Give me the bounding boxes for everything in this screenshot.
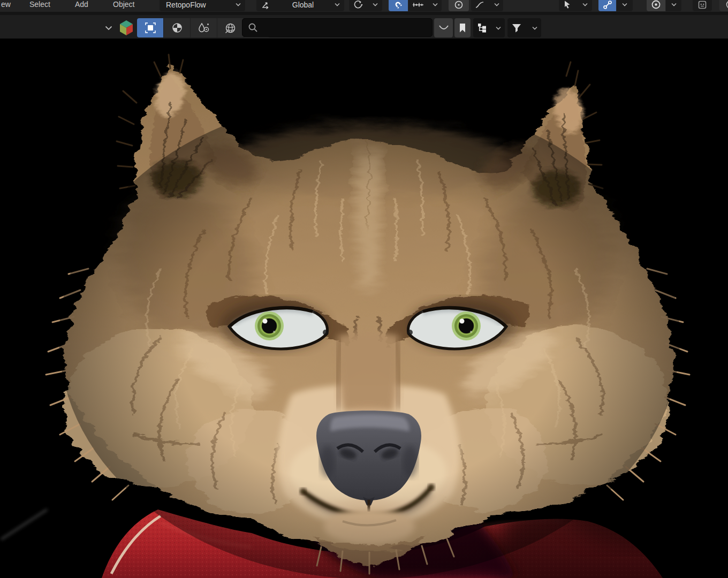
snap-target-dropdown[interactable] [408,0,442,11]
toolbar-search [242,18,433,37]
viewport-shading-button[interactable] [719,0,728,11]
toolbar [0,15,728,39]
retopoflow-menu-label: RetopoFlow [166,1,206,9]
transform-orientation-label: Global [292,1,314,9]
show-gizmo-toggle[interactable] [598,0,616,11]
bookmark-icon [459,23,466,33]
show-overlays-toggle[interactable] [647,0,665,11]
axes-icon [261,1,271,9]
chevron-down-icon [494,3,499,6]
bbox-select-icon [145,22,156,34]
chevron-down-icon [532,26,537,30]
sphere-curve-icon [438,24,449,32]
xray-toggle[interactable] [693,0,712,11]
overlays-icon [651,0,661,10]
wolf-head [46,55,689,578]
paint-mode-cube-icon [119,20,134,36]
whisker-strand [1,509,47,539]
search-icon [248,22,258,33]
chevron-down-icon [582,3,588,6]
xray-icon [697,0,707,10]
snap-toggle[interactable] [389,0,408,11]
bookmark-button[interactable] [454,18,471,37]
search-input[interactable] [262,18,432,37]
solid-sphere-toggle[interactable] [164,18,190,37]
3d-viewport-canvas[interactable] [0,39,728,578]
circle-dot-icon [454,0,464,10]
menu-add[interactable]: Add [75,0,88,12]
fluid-drops-icon [198,22,210,33]
overlays-dropdown[interactable] [666,0,681,11]
fluid-drops-toggle[interactable] [191,18,217,37]
rotate-circle-icon [353,0,363,9]
chevron-down-icon [496,26,501,30]
sphere-falloff-button[interactable] [434,18,453,37]
chevron-down-icon [433,3,438,6]
proportional-falloff-dropdown[interactable] [471,0,503,11]
head-vignette [59,97,680,578]
blender-window: ew Select Add Object RetopoFlow Global [0,0,728,578]
proportional-editing-toggle[interactable] [449,0,469,11]
gizmo-icon [603,0,612,10]
object-visibility-dropdown[interactable] [559,0,592,11]
menu-select[interactable]: Select [29,0,50,12]
chevron-down-icon [105,26,112,31]
menu-object[interactable]: Object [113,0,134,12]
retopoflow-menu[interactable]: RetopoFlow [160,0,245,11]
chevron-down-icon [622,3,627,6]
transform-orientation-dropdown[interactable]: Global [256,0,344,11]
hierarchy-dropdown[interactable] [473,18,505,37]
gizmo-dropdown[interactable] [617,0,633,11]
chevron-down-icon [335,3,340,6]
world-globe-icon [225,22,236,34]
menu-view[interactable]: ew [1,0,11,12]
world-globe-toggle[interactable] [217,18,244,37]
pivot-point-dropdown[interactable] [349,0,382,11]
sphere-icon [725,0,728,10]
chevron-down-icon [671,3,677,6]
bbox-select-toggle[interactable] [137,18,163,37]
curve-icon [475,1,484,9]
chevron-down-icon [373,3,378,6]
viewport-header: ew Select Add Object RetopoFlow Global [0,0,728,12]
hierarchy-icon [477,22,488,33]
chevron-down-icon [236,3,241,6]
paint-mode-cube-button[interactable] [118,18,135,37]
magnet-icon [393,0,403,10]
filter-funnel-icon [511,23,522,33]
increments-icon [412,1,424,9]
cursor-arrow-icon [563,0,571,9]
wolf-character-render [0,39,728,578]
solid-sphere-icon [172,22,183,33]
filter-dropdown[interactable] [507,18,541,37]
collapse-menus-button[interactable] [101,18,117,37]
